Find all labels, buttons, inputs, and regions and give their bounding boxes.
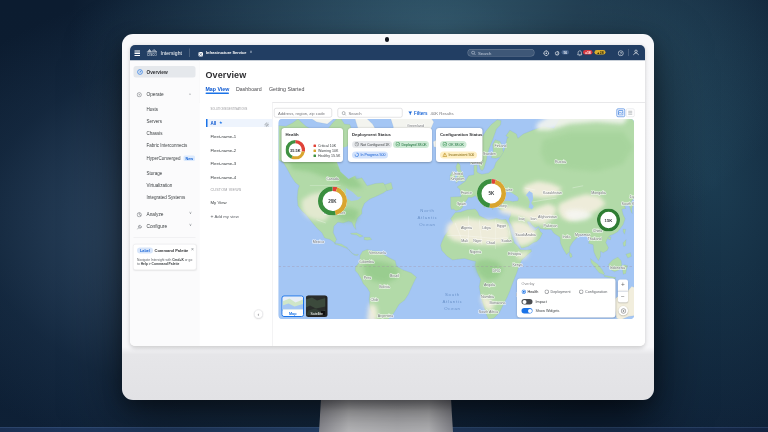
svg-text:France: France [460,191,471,195]
svg-text:?: ? [619,51,621,55]
svg-text:Pakistan: Pakistan [543,224,557,228]
svg-text:Kingdom: Kingdom [450,177,464,181]
svg-text:Ethiopia: Ethiopia [508,252,521,256]
svg-text:Saudi Arabia: Saudi Arabia [515,233,535,237]
svg-text:Atlantic: Atlantic [417,215,437,220]
svg-text:Bolivia: Bolivia [379,285,390,289]
svg-text:Chad: Chad [486,241,495,245]
svg-text:Russia: Russia [555,160,566,164]
svg-text:North: North [420,208,434,213]
svg-text:Algeria: Algeria [460,226,471,230]
svg-text:Kazakhstan: Kazakhstan [543,191,562,195]
svg-text:Mali: Mali [461,239,468,243]
svg-text:South: South [445,292,460,297]
svg-text:Chile: Chile [370,298,378,302]
svg-text:Japan: Japan [629,195,633,199]
svg-text:India: India [562,235,570,239]
svg-text:Sweden: Sweden [483,152,496,156]
svg-text:Mexico: Mexico [312,240,323,244]
svg-text:Finland: Finland [494,144,506,148]
svg-text:Argentina: Argentina [377,313,392,317]
svg-text:Greenland: Greenland [407,123,424,127]
svg-text:Afghanistan: Afghanistan [538,215,557,219]
svg-text:Brazil: Brazil [390,274,399,278]
svg-text:Libya: Libya [482,226,491,230]
svg-text:Colombia: Colombia [358,260,373,264]
svg-text:Angola: Angola [483,283,494,287]
svg-text:Ocean: Ocean [444,306,460,311]
svg-text:Indonesia: Indonesia [609,266,625,270]
svg-text:Mongolia: Mongolia [591,191,606,195]
svg-text:Egypt: Egypt [496,224,505,228]
svg-text:Spain: Spain [456,202,465,206]
svg-text:Iran: Iran [530,217,536,221]
svg-text:Thailand: Thailand [587,237,601,241]
svg-text:Atlantic: Atlantic [442,299,462,304]
svg-text:Sudan: Sudan [501,239,511,243]
svg-text:Iraq: Iraq [518,217,524,221]
svg-text:South Africa: South Africa [478,310,497,314]
svg-text:Niger: Niger [473,239,482,243]
svg-text:Nigeria: Nigeria [469,250,480,254]
svg-text:Ocean: Ocean [419,222,435,227]
svg-text:Peru: Peru [363,276,371,280]
svg-text:South Korea: South Korea [621,202,633,206]
svg-text:Botswana: Botswana [489,301,505,305]
svg-text:Kenya: Kenya [512,263,522,267]
svg-text:DRC: DRC [492,269,500,273]
svg-text:Namibia: Namibia [480,295,493,299]
svg-text:Venezuela: Venezuela [369,251,386,255]
svg-text:Canada: Canada [326,177,339,181]
svg-text:United: United [452,171,462,175]
svg-text:Myanmar: Myanmar [575,233,591,237]
svg-text:CISCO: CISCO [146,53,157,57]
